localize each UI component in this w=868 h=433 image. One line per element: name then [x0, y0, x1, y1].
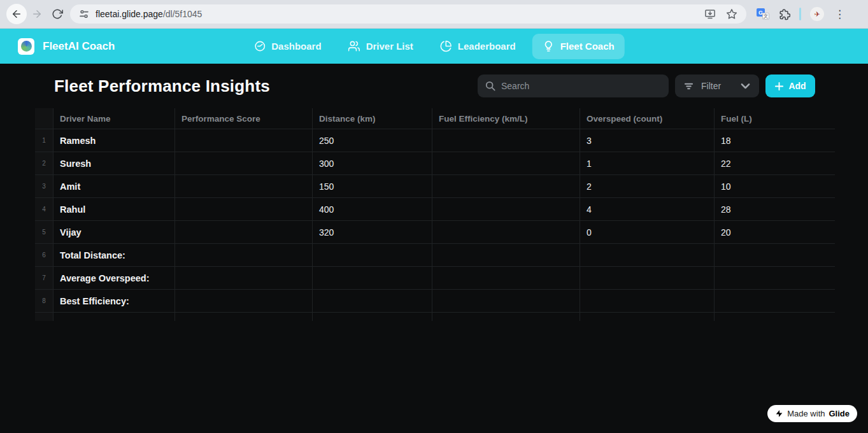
- browser-toolbar: fleetai.glide.page/dl/5f1045 G文 ✈ ⋮: [0, 0, 868, 29]
- column-header-fuel: Fuel (L): [715, 108, 835, 129]
- reload-icon: [52, 8, 63, 20]
- nav-tab-dashboard[interactable]: Dashboard: [243, 34, 331, 59]
- extensions-puzzle-icon[interactable]: [778, 8, 790, 20]
- row-number: 4: [35, 198, 53, 220]
- top-navigation: Dashboard Driver List Leaderboard Fleet …: [243, 29, 624, 64]
- plus-icon: [774, 82, 784, 91]
- row-number: 3: [35, 175, 53, 197]
- column-header-performance-score: Performance Score: [175, 108, 313, 129]
- app-title: FleetAI Coach: [43, 40, 115, 53]
- browser-back-button[interactable]: [6, 4, 27, 24]
- table-row[interactable]: 1 Ramesh 250 3 18: [35, 129, 835, 152]
- table-header-row: Driver Name Performance Score Distance (…: [35, 108, 835, 129]
- nav-tab-fleet-coach[interactable]: Fleet Coach: [532, 34, 625, 59]
- data-table: Driver Name Performance Score Distance (…: [35, 108, 835, 321]
- chevron-down-icon: [741, 82, 750, 91]
- browser-forward-button[interactable]: [27, 4, 47, 24]
- row-number: 6: [35, 244, 53, 266]
- people-icon: [348, 40, 360, 52]
- forward-arrow-icon: [31, 8, 43, 20]
- made-with-glide-badge[interactable]: Made with Glide: [767, 405, 857, 422]
- url-bar[interactable]: fleetai.glide.page/dl/5f1045: [70, 4, 746, 24]
- column-header-overspeed: Overspeed (count): [580, 108, 715, 129]
- page-title: Fleet Performance Insights: [54, 76, 270, 96]
- clock-icon: [253, 40, 266, 52]
- browser-reload-button[interactable]: [47, 4, 68, 24]
- row-number: 8: [35, 290, 53, 312]
- pie-chart-icon: [440, 40, 452, 52]
- back-arrow-icon: [11, 8, 22, 20]
- nav-tab-driver-list[interactable]: Driver List: [338, 34, 423, 59]
- column-header-fuel-efficiency: Fuel Efficiency (km/L): [432, 108, 580, 129]
- nav-tab-leaderboard[interactable]: Leaderboard: [430, 34, 526, 59]
- site-info-icon[interactable]: [79, 9, 89, 19]
- globe-logo-icon: [21, 41, 32, 52]
- bookmark-star-icon[interactable]: [726, 8, 737, 20]
- install-app-icon[interactable]: [704, 8, 716, 20]
- column-header-distance: Distance (km): [313, 108, 432, 129]
- browser-menu-icon[interactable]: ⋮: [833, 9, 846, 20]
- app-header: FleetAI Coach Dashboard Driver List Lead…: [0, 29, 868, 64]
- column-header-driver-name: Driver Name: [53, 108, 175, 129]
- table-row[interactable]: 7 Average Overspeed:: [35, 267, 835, 290]
- toolbar-separator: [799, 8, 801, 20]
- row-number: 5: [35, 221, 53, 243]
- row-number: 7: [35, 267, 53, 289]
- search-input[interactable]: [501, 81, 661, 91]
- row-number: 2: [35, 152, 53, 174]
- table-row[interactable]: 4 Rahul 400 4 28: [35, 198, 835, 221]
- search-box[interactable]: [478, 75, 669, 97]
- translate-extension-icon[interactable]: G文: [757, 8, 769, 20]
- table-row[interactable]: 6 Total Distance:: [35, 244, 835, 267]
- row-number: 1: [35, 129, 53, 152]
- pinned-extension-icon[interactable]: ✈: [810, 7, 824, 21]
- table-row[interactable]: 3 Amit 150 2 10: [35, 175, 835, 198]
- lightbulb-icon: [543, 40, 555, 52]
- search-icon: [485, 81, 495, 91]
- filter-icon: [684, 82, 694, 91]
- glide-logo-icon: [775, 409, 783, 418]
- url-text: fleetai.glide.page/dl/5f1045: [96, 9, 202, 19]
- table-row[interactable]: 8 Best Efficiency:: [35, 290, 835, 313]
- table-row[interactable]: 2 Suresh 300 1 22: [35, 152, 835, 175]
- app-logo: [18, 38, 34, 55]
- table-row-empty: [35, 313, 835, 321]
- add-button[interactable]: Add: [765, 75, 815, 97]
- table-row[interactable]: 5 Vijay 320 0 20: [35, 221, 835, 244]
- filter-button[interactable]: Filter: [675, 75, 759, 97]
